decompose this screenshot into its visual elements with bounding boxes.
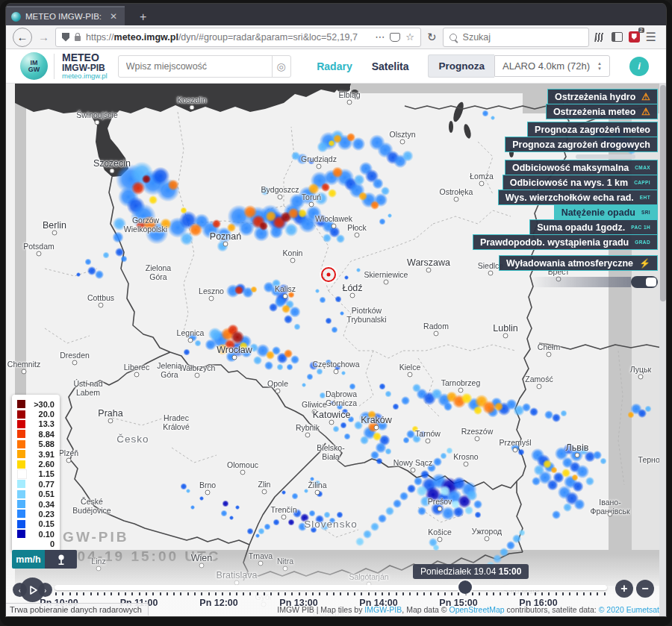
page-scrollbar[interactable]	[659, 84, 667, 617]
attribution-link[interactable]: IMGW-PIB	[364, 605, 402, 614]
map-city-label: Leszno	[199, 287, 224, 296]
menu-product-CAPPI[interactable]: Odbiciowość na wys. 1 kmCAPPI	[503, 175, 658, 190]
city-dot	[513, 448, 518, 453]
select-arrows-icon: ▲▼	[597, 61, 602, 71]
timeline-tick	[472, 592, 473, 595]
menu-item-label: Ostrzeżenia hydro	[555, 92, 635, 102]
imgw-logo[interactable]: IMGW	[20, 52, 48, 80]
unit-button[interactable]: mm/h	[12, 550, 45, 569]
menu-product-SRI[interactable]: Natężenie opaduSRI	[554, 204, 658, 220]
map-city-label: Zamość	[525, 375, 553, 384]
legend-row: 5.88	[17, 439, 55, 449]
city-dot	[434, 331, 439, 337]
tracking-shield-icon[interactable]	[62, 33, 69, 42]
map-city-label: Włocławek	[315, 215, 352, 224]
pocket-icon[interactable]	[390, 33, 400, 42]
adblock-addon-icon[interactable]: 2	[629, 31, 640, 43]
radar-map[interactable]: ©IMGW-PIB 2021-04-19 15:00 UTC KoszalinŚ…	[5, 84, 667, 617]
timeline-tick	[451, 592, 452, 595]
menu-item-label: Suma opadu 1godz.	[537, 222, 625, 233]
timeline-play-button[interactable]	[20, 578, 45, 602]
browser-search-input[interactable]	[461, 31, 582, 43]
url-text[interactable]: https://meteo.imgw.pl/dyn/#group=radar&p…	[86, 32, 370, 43]
menu-item-lightning[interactable]: Wyładowania atmosferyczne ⚡	[499, 255, 658, 271]
menu-product-PAC1H[interactable]: Suma opadu 1godz.PAC 1H	[529, 219, 658, 235]
forward-button[interactable]: →	[38, 31, 49, 43]
geolocate-icon[interactable]: ◎	[272, 56, 290, 77]
city-dot	[638, 375, 644, 380]
brand-url[interactable]: meteo.imgw.pl	[62, 72, 108, 80]
menu-product-CMAX[interactable]: Odbiciowość maksymalnaCMAX	[505, 160, 658, 175]
browser-tab[interactable]: METEO IMGW-PIB: mapy ✕	[5, 6, 125, 25]
menu-item-warning-0[interactable]: Ostrzeżenia hydro⚠	[547, 89, 658, 104]
zoom-out-button[interactable]: −	[636, 580, 654, 598]
menu-scrollbar[interactable]	[576, 154, 635, 159]
layer-toggle[interactable]	[631, 276, 658, 288]
timeline-handle[interactable]	[458, 580, 472, 594]
map-city-label: Nowy Sącz	[393, 459, 433, 468]
brand-title: METEO	[62, 52, 108, 63]
new-tab-button[interactable]: +	[134, 9, 152, 25]
attribution-link[interactable]: © 2020 Eumetsat	[599, 605, 659, 614]
menu-item-forecast-0[interactable]: Prognoza zagrożeń meteo	[527, 122, 658, 137]
back-button[interactable]: ←	[13, 28, 32, 47]
product-code: CMAX	[635, 165, 650, 170]
menu-item-forecast-1[interactable]: Prognoza zagrożeń drogowych	[505, 137, 658, 152]
bookmark-star-icon[interactable]: ☆	[405, 31, 414, 43]
place-search-input[interactable]	[119, 61, 272, 72]
info-button[interactable]: i	[629, 57, 649, 76]
place-search[interactable]: ◎	[118, 55, 291, 78]
timeline-tick	[535, 592, 536, 595]
timeline-tick	[284, 592, 286, 595]
menu-product-GRAD[interactable]: Prawdopodob. wystąpienia graduGRAD	[473, 234, 658, 250]
menu-item-warning-1[interactable]: Ostrzeżenia meteo⚠	[546, 104, 658, 119]
legend-row: 0.10	[17, 529, 55, 539]
scrollbar-thumb[interactable]	[660, 85, 666, 301]
nav-prognoza[interactable]: Prognoza	[428, 54, 494, 78]
map-city-label: Konin	[283, 249, 303, 258]
zoom-in-button[interactable]: +	[615, 580, 633, 598]
timeline-tick	[361, 592, 362, 595]
tab-close-icon[interactable]: ✕	[108, 11, 119, 22]
city-dot	[426, 268, 432, 273]
map-city-label: Česko	[116, 434, 149, 445]
attribution-link[interactable]: OpenStreetMap	[449, 605, 504, 614]
timeline-tick	[194, 592, 196, 595]
nav-satelita[interactable]: Satelita	[372, 60, 409, 72]
pin-button[interactable]	[45, 550, 77, 569]
city-dot	[475, 436, 480, 442]
timeline-tick	[236, 592, 237, 595]
map-city-label: Zielona Góra	[146, 264, 171, 281]
sidebar-icon[interactable]	[612, 32, 623, 42]
city-dot	[283, 294, 288, 299]
model-select[interactable]: ALARO 4.0km (72h)▲▼	[494, 55, 610, 77]
nav-radary[interactable]: Radary	[317, 60, 352, 72]
city-dot	[309, 202, 314, 207]
reload-button[interactable]: ↻	[427, 31, 437, 44]
page-actions-icon[interactable]: ⋯	[375, 31, 385, 43]
map-city-label: Potsdam	[23, 242, 54, 251]
timeline-tick	[249, 592, 251, 595]
opacity-gradient[interactable]	[531, 277, 631, 287]
browser-search[interactable]	[443, 28, 589, 47]
map-city-label: Kalisz	[275, 285, 296, 294]
timeline-track[interactable]	[55, 585, 607, 590]
timeline-tick	[340, 592, 341, 595]
timeline-tick	[375, 592, 376, 595]
timeline-tick	[368, 592, 370, 595]
menu-product-EHT[interactable]: Wys. wierzchołków echa rad.EHT	[498, 190, 658, 205]
timeline-tick	[409, 592, 411, 595]
map-city-label: Kielce	[399, 363, 421, 372]
url-bar[interactable]: https://meteo.imgw.pl/dyn/#group=radar&p…	[55, 28, 421, 47]
timeline-tick	[167, 592, 168, 595]
library-icon[interactable]	[594, 33, 606, 42]
city-dot	[384, 280, 389, 285]
timeline-tick	[423, 592, 425, 595]
legend-row: 8.84	[17, 429, 55, 439]
city-dot	[108, 419, 113, 424]
hamburger-menu-icon[interactable]: ☰	[646, 30, 656, 44]
city-dot	[276, 389, 281, 394]
timeline-tick	[187, 592, 189, 595]
city-dot	[458, 388, 464, 393]
legend-row: >30.0	[17, 399, 55, 409]
